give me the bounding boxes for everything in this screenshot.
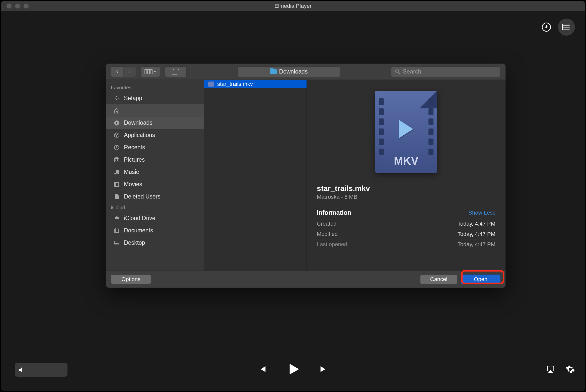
info-row-created: Created Today, 4:47 PM [317,219,495,229]
download-icon[interactable] [541,22,552,33]
sidebar-item-downloads[interactable]: Downloads [106,117,204,129]
folder-icon [270,69,277,74]
dialog-body: Favorites Setapp Downloads Applications [106,80,505,271]
sidebar: Favorites Setapp Downloads Applications [106,80,204,271]
sidebar-item-movies[interactable]: Movies [106,178,204,190]
close-window-button[interactable] [7,4,12,9]
recents-icon [113,144,120,151]
sidebar-item-label: Recents [124,144,145,151]
svg-rect-7 [145,70,147,74]
sidebar-item-label: iCloud Drive [124,215,155,222]
setapp-icon [113,95,120,102]
top-controls [541,19,575,36]
svg-point-6 [562,29,563,29]
sidebar-item-music[interactable]: Music [106,166,204,178]
desktop-icon [113,239,120,247]
info-title: Information [317,209,351,216]
svg-point-4 [562,25,563,26]
movies-icon [113,181,120,188]
preview-filename: star_trails.mkv [317,184,495,193]
sidebar-item-label: Deleted Users [124,193,161,200]
cancel-button[interactable]: Cancel [420,275,457,284]
file-name: star_trails.mkv [217,81,253,87]
sidebar-section-favorites: Favorites [106,83,204,92]
svg-rect-9 [150,70,152,74]
music-icon [113,168,120,176]
svg-rect-10 [172,71,177,74]
preview-subtitle: Matroska - 5 MB [317,194,495,200]
titlebar: Elmedia Player [1,1,585,11]
file-row[interactable]: star_trails.mkv [204,80,307,88]
sidebar-item-label: Desktop [124,239,145,246]
sidebar-item-icloud-drive[interactable]: iCloud Drive [106,212,204,224]
home-icon [113,107,120,114]
sidebar-item-desktop[interactable]: Desktop [106,237,204,249]
sidebar-item-label: Setapp [124,95,142,102]
minimize-window-button[interactable] [15,4,20,9]
sidebar-section-icloud: iCloud [106,203,204,212]
sidebar-item-label: Documents [124,227,153,234]
options-button[interactable]: Options [111,275,151,284]
document-icon [113,193,120,201]
sidebar-item-setapp[interactable]: Setapp [106,92,204,104]
downloads-icon [113,119,120,127]
zoom-window-button[interactable] [24,4,29,9]
sidebar-item-label: Downloads [124,119,153,126]
sidebar-item-home[interactable] [106,104,204,117]
settings-button[interactable] [565,364,575,375]
group-button[interactable] [165,67,187,77]
svg-rect-12 [174,69,179,70]
svg-rect-8 [148,70,150,74]
svg-rect-16 [114,158,119,162]
svg-point-13 [396,70,399,73]
view-mode-button[interactable] [140,67,160,77]
file-list: star_trails.mkv [204,80,307,271]
chevron-updown-icon: ▴▾ [336,69,338,75]
thumb-badge: MKV [375,155,437,167]
app-window: Elmedia Player [1,1,585,391]
dialog-footer: Options Cancel Open [106,271,505,288]
preview-pane: MKV star_trails.mkv Matroska - 5 MB Info… [307,80,505,271]
next-button[interactable] [319,363,330,376]
sidebar-item-deleted-users[interactable]: Deleted Users [106,190,204,203]
open-file-dialog: Downloads ▴▾ Search Favorites Setapp [106,64,505,288]
forward-button[interactable] [123,67,136,77]
playback-controls [1,361,585,378]
sidebar-item-documents[interactable]: Documents [106,224,204,237]
documents-icon [113,227,120,234]
search-placeholder: Search [403,68,421,75]
video-file-icon [208,82,214,87]
sidebar-item-recents[interactable]: Recents [106,141,204,154]
location-popup[interactable]: Downloads ▴▾ [238,67,340,77]
traffic-lights [1,4,29,9]
svg-rect-18 [116,158,118,158]
window-title: Elmedia Player [274,3,312,9]
volume-slider[interactable] [15,363,67,377]
info-row-last-opened: Last opened Today, 4:47 PM [317,239,495,249]
play-button[interactable] [285,361,301,378]
back-button[interactable] [111,67,123,77]
pictures-icon [113,156,120,164]
open-button[interactable]: Open [461,275,500,284]
sidebar-item-label: Music [124,169,139,175]
svg-rect-28 [114,241,119,244]
airplay-button[interactable] [546,364,555,375]
cloud-icon [113,215,120,222]
applications-icon [113,132,120,139]
location-label: Downloads [279,68,308,75]
search-input[interactable]: Search [391,67,500,77]
sidebar-item-label: Applications [124,132,155,139]
svg-point-17 [116,159,118,161]
sidebar-item-applications[interactable]: Applications [106,129,204,141]
sidebar-item-label: Movies [124,181,142,188]
dialog-toolbar: Downloads ▴▾ Search [106,64,505,80]
preview-thumbnail: MKV [373,88,439,175]
playlist-button[interactable] [558,19,575,36]
previous-button[interactable] [256,363,267,376]
sidebar-item-label: Pictures [124,156,145,163]
show-less-link[interactable]: Show Less [468,210,495,216]
sidebar-item-pictures[interactable]: Pictures [106,154,204,166]
info-row-modified: Modified Today, 4:47 PM [317,229,495,239]
svg-point-5 [562,27,563,27]
